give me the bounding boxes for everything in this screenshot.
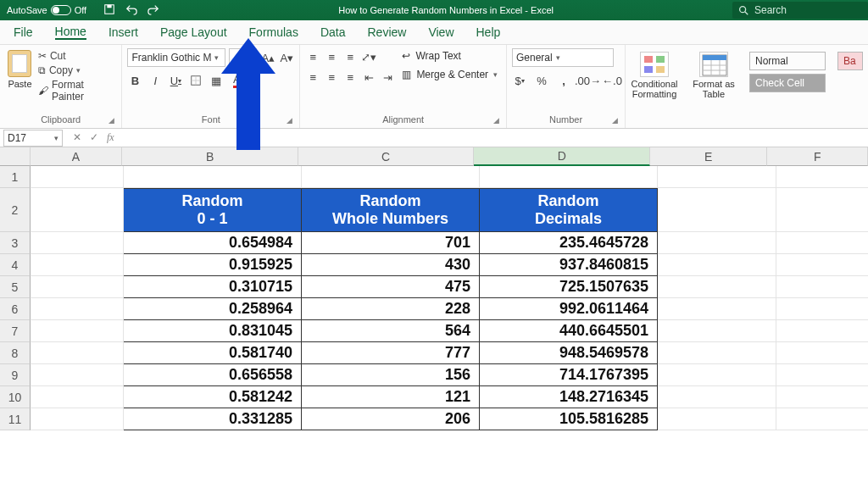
tab-review[interactable]: Review [368,25,407,39]
style-bad[interactable]: Ba [837,52,863,70]
tab-home[interactable]: Home [55,25,86,40]
increase-decimal-icon[interactable]: .00→ [578,72,598,89]
table-header[interactable]: Random0 - 1 [124,188,302,232]
data-cell[interactable]: 725.1507635 [480,276,658,298]
data-cell[interactable]: 0.656558 [124,364,302,386]
orientation-icon[interactable]: ⤢▾ [361,48,376,65]
cell[interactable] [658,386,776,408]
borders-button[interactable] [188,72,203,89]
cell[interactable] [31,342,124,364]
col-header-C[interactable]: C [298,147,475,166]
font-name-combo[interactable]: Franklin Gothic M▾ [127,48,225,67]
row-header-10[interactable]: 10 [0,386,31,408]
cell[interactable] [31,166,124,188]
cell[interactable] [31,188,124,232]
merge-center-button[interactable]: ▥Merge & Center▾ [402,69,498,80]
row-header-11[interactable]: 11 [0,408,31,430]
cell[interactable] [658,254,776,276]
cell[interactable] [31,254,124,276]
cell[interactable] [302,166,480,188]
row-header-7[interactable]: 7 [0,320,31,342]
col-header-F[interactable]: F [767,147,868,166]
name-box[interactable]: D17▾ [3,130,63,147]
cell[interactable] [31,298,124,320]
align-center-icon[interactable]: ≡ [324,69,339,86]
style-normal[interactable]: Normal [749,52,826,70]
style-check-cell[interactable]: Check Cell [749,74,826,92]
fx-icon[interactable]: fx [107,131,114,144]
col-header-E[interactable]: E [650,147,767,166]
cell[interactable] [31,386,124,408]
wrap-text-button[interactable]: ↩Wrap Text [402,50,498,62]
cell[interactable] [480,166,658,188]
cell[interactable] [658,232,776,254]
cell[interactable] [658,320,776,342]
cell[interactable] [31,408,124,430]
data-cell[interactable]: 430 [302,254,480,276]
data-cell[interactable]: 0.581242 [124,386,302,408]
row-header-4[interactable]: 4 [0,254,31,276]
decrease-decimal-icon[interactable]: ←.0 [604,72,620,89]
tab-help[interactable]: Help [476,25,501,39]
data-cell[interactable]: 156 [302,364,480,386]
data-cell[interactable]: 440.6645501 [480,320,658,342]
tab-formulas[interactable]: Formulas [249,25,298,39]
number-format-combo[interactable]: General▾ [512,48,614,67]
cell[interactable] [776,166,868,188]
increase-indent-icon[interactable]: ⇥ [380,69,395,86]
fill-color-button[interactable]: ▦ [209,72,224,89]
increase-font-icon[interactable]: A▴ [260,49,275,66]
tab-file[interactable]: File [14,25,33,39]
row-header-8[interactable]: 8 [0,342,31,364]
cell[interactable] [776,386,868,408]
data-cell[interactable]: 0.258964 [124,298,302,320]
data-cell[interactable]: 777 [302,342,480,364]
bold-button[interactable]: B [127,72,142,89]
col-header-A[interactable]: A [31,147,123,166]
cell[interactable] [776,232,868,254]
row-header-5[interactable]: 5 [0,276,31,298]
data-cell[interactable]: 475 [302,276,480,298]
alignment-launcher-icon[interactable]: ◢ [493,116,499,125]
decrease-indent-icon[interactable]: ⇤ [361,69,376,86]
cell[interactable] [31,276,124,298]
cell[interactable] [658,188,776,232]
save-icon[interactable] [103,3,115,17]
data-cell[interactable]: 714.1767395 [480,364,658,386]
data-cell[interactable]: 948.5469578 [480,342,658,364]
row-header-2[interactable]: 2 [0,188,31,232]
data-cell[interactable]: 0.654984 [124,232,302,254]
cell[interactable] [658,166,776,188]
cell[interactable] [776,342,868,364]
cut-button[interactable]: ✂Cut [38,50,116,62]
cell[interactable] [776,254,868,276]
italic-button[interactable]: I [147,72,163,89]
undo-icon[interactable] [125,3,137,17]
cell[interactable] [124,166,302,188]
data-cell[interactable]: 564 [302,320,480,342]
data-cell[interactable]: 235.4645728 [480,232,658,254]
data-cell[interactable]: 121 [302,386,480,408]
cell[interactable] [776,320,868,342]
cell[interactable] [31,320,124,342]
data-cell[interactable]: 937.8460815 [480,254,658,276]
tab-data[interactable]: Data [320,25,346,39]
number-launcher-icon[interactable]: ◢ [612,116,618,125]
data-cell[interactable]: 228 [302,298,480,320]
cell[interactable] [658,298,776,320]
cell[interactable] [776,408,868,430]
data-cell[interactable]: 701 [302,232,480,254]
data-cell[interactable]: 0.331285 [124,408,302,430]
cell[interactable] [776,188,868,232]
autosave-toggle[interactable]: AutoSave Off [7,5,86,15]
cell[interactable] [31,364,124,386]
table-header[interactable]: RandomWhole Numbers [302,188,480,232]
clipboard-launcher-icon[interactable]: ◢ [108,116,114,125]
cell[interactable] [776,298,868,320]
copy-button[interactable]: ⧉Copy▾ [38,64,116,76]
row-header-9[interactable]: 9 [0,364,31,386]
cell[interactable] [658,276,776,298]
redo-icon[interactable] [147,3,159,17]
select-all-corner[interactable] [0,147,31,166]
comma-button[interactable]: , [556,72,571,89]
